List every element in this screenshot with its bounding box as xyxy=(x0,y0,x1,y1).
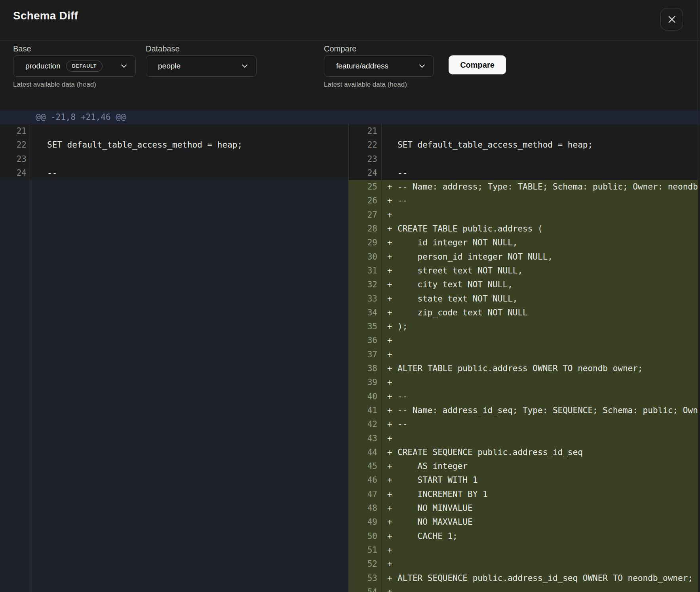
diff-line: 33+ state text NOT NULL, xyxy=(348,292,698,306)
diff-line xyxy=(0,320,348,334)
added-marker xyxy=(31,152,47,166)
database-select[interactable]: people xyxy=(146,55,257,77)
chevron-down-icon xyxy=(242,62,247,68)
line-number: 52 xyxy=(348,557,381,571)
line-number: 21 xyxy=(348,124,381,138)
line-number: 31 xyxy=(348,264,381,278)
line-number: 44 xyxy=(348,446,381,459)
diff-line xyxy=(0,194,348,208)
added-marker xyxy=(382,124,398,138)
code-text: SET default_table_access_method = heap; xyxy=(398,138,593,152)
diff-line: 42+-- xyxy=(348,417,698,431)
added-marker: + xyxy=(382,488,398,501)
diff-hunk-header: @@ -21,8 +21,46 @@ xyxy=(0,110,700,124)
code-text: -- Name: address_id_seq; Type: SEQUENCE;… xyxy=(398,404,698,417)
added-marker: + xyxy=(382,320,398,334)
line-number: 48 xyxy=(348,501,381,515)
line-number: 24 xyxy=(0,166,31,180)
diff-line: 26+-- xyxy=(348,194,698,208)
diff-line xyxy=(0,222,348,236)
line-number: 38 xyxy=(348,362,381,376)
line-number: 28 xyxy=(348,222,381,236)
diff-viewer: @@ -21,8 +21,46 @@ 2122SET default_table… xyxy=(0,110,700,592)
compare-button[interactable]: Compare xyxy=(449,55,506,74)
added-marker xyxy=(382,166,398,180)
diff-line: 43+ xyxy=(348,432,698,446)
diff-line xyxy=(0,208,348,222)
line-number: 41 xyxy=(348,404,381,417)
code-text: -- xyxy=(398,390,407,404)
added-marker xyxy=(31,124,47,138)
diff-panes: 2122SET default_table_access_method = he… xyxy=(0,124,700,592)
diff-line: 39+ xyxy=(348,376,698,389)
diff-line: 53+ALTER SEQUENCE public.address_id_seq … xyxy=(348,571,698,585)
diff-line xyxy=(0,390,348,404)
diff-line: 22SET default_table_access_method = heap… xyxy=(348,138,698,152)
diff-line: 22SET default_table_access_method = heap… xyxy=(0,138,348,152)
line-number: 26 xyxy=(348,194,381,208)
code-text: state text NOT NULL, xyxy=(398,292,517,306)
base-branch-select[interactable]: production DEFAULT xyxy=(13,55,136,77)
diff-line xyxy=(0,446,348,459)
diff-line: 46+ START WITH 1 xyxy=(348,473,698,487)
code-text: zip_code text NOT NULL xyxy=(398,306,528,320)
diff-line: 24-- xyxy=(348,166,698,180)
code-text: -- Name: address; Type: TABLE; Schema: p… xyxy=(398,180,698,194)
database-label: Database xyxy=(146,44,180,53)
added-marker: + xyxy=(382,348,398,362)
close-button[interactable] xyxy=(660,8,683,30)
code-text: person_id integer NOT NULL, xyxy=(398,250,553,264)
added-marker: + xyxy=(382,250,398,264)
diff-line: 30+ person_id integer NOT NULL, xyxy=(348,250,698,264)
compare-branch-select[interactable]: feature/address xyxy=(324,55,434,77)
base-branch-value: production xyxy=(25,62,61,70)
added-marker: + xyxy=(382,292,398,306)
diff-line xyxy=(0,306,348,320)
line-number: 23 xyxy=(0,152,31,166)
diff-line: 28+CREATE TABLE public.address ( xyxy=(348,222,698,236)
close-icon xyxy=(667,15,677,24)
code-text: ); xyxy=(398,320,407,334)
line-number: 50 xyxy=(348,529,381,543)
default-badge: DEFAULT xyxy=(66,61,103,72)
code-text: CREATE SEQUENCE public.address_id_seq xyxy=(398,446,583,459)
diff-line xyxy=(0,417,348,431)
base-label: Base xyxy=(13,44,31,53)
added-marker: + xyxy=(382,180,398,194)
added-marker: + xyxy=(382,571,398,585)
line-number: 32 xyxy=(348,278,381,292)
added-marker xyxy=(31,138,47,152)
diff-line xyxy=(0,404,348,417)
diff-line: 48+ NO MINVALUE xyxy=(348,501,698,515)
line-number: 36 xyxy=(348,334,381,347)
added-marker: + xyxy=(382,529,398,543)
line-number: 35 xyxy=(348,320,381,334)
gutter-divider xyxy=(31,124,31,592)
line-number: 40 xyxy=(348,390,381,404)
added-marker: + xyxy=(382,334,398,347)
diff-line xyxy=(0,501,348,515)
diff-line xyxy=(0,236,348,250)
added-marker: + xyxy=(382,390,398,404)
diff-line xyxy=(0,278,348,292)
added-marker: + xyxy=(382,404,398,417)
diff-line: 34+ zip_code text NOT NULL xyxy=(348,306,698,320)
line-number: 53 xyxy=(348,571,381,585)
code-text: id integer NOT NULL, xyxy=(398,236,517,250)
diff-line xyxy=(0,459,348,473)
line-number: 51 xyxy=(348,543,381,557)
diff-line xyxy=(0,348,348,362)
diff-line xyxy=(0,376,348,389)
line-number: 29 xyxy=(348,236,381,250)
compare-caption: Latest available data (head) xyxy=(324,81,407,89)
code-text: street text NOT NULL, xyxy=(398,264,523,278)
diff-line: 21 xyxy=(0,124,348,138)
code-text: INCREMENT BY 1 xyxy=(398,488,488,501)
diff-line: 27+ xyxy=(348,208,698,222)
modal-right-border xyxy=(698,0,698,592)
diff-line: 47+ INCREMENT BY 1 xyxy=(348,488,698,501)
code-text: SET default_table_access_method = heap; xyxy=(47,138,242,152)
diff-line: 40+-- xyxy=(348,390,698,404)
diff-line: 25+-- Name: address; Type: TABLE; Schema… xyxy=(348,180,698,194)
line-number: 42 xyxy=(348,417,381,431)
